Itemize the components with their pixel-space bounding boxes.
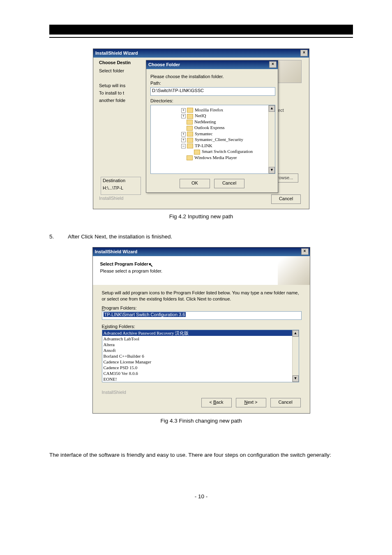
tree-item[interactable]: +NetIQ: [181, 113, 274, 118]
program-folders-input[interactable]: TP-LINK\Smart Switch Configuration 3.6: [102, 311, 302, 320]
tree-item[interactable]: –TP-LINK: [181, 143, 274, 148]
path-label: Path:: [150, 81, 274, 86]
installshield-window-2: InstallShield Wizard × Select Program Fo…: [92, 247, 310, 414]
window2-title: InstallShield Wizard: [95, 249, 138, 254]
expand-icon[interactable]: +: [181, 132, 186, 136]
page-number: - 10 -: [49, 493, 353, 500]
choose-folder-prompt: Please choose the installation folder.: [150, 74, 274, 79]
to-install-label: To install to t: [99, 90, 143, 95]
cancel-button[interactable]: Cancel: [270, 398, 301, 407]
ok-button[interactable]: OK: [180, 179, 210, 188]
window1-left-fragment: Choose Destin Select folder Setup will i…: [99, 60, 143, 105]
tree-scrollbar[interactable]: ▲ ▼: [268, 105, 275, 173]
header-black-bar: [49, 25, 353, 35]
choose-folder-title: Choose Folder: [148, 62, 180, 67]
scroll-down-icon[interactable]: ▼: [293, 375, 299, 382]
window1-title: InstallShield Wizard: [95, 51, 138, 56]
tree-item[interactable]: Outlook Express: [181, 125, 274, 130]
list-item[interactable]: Advantech LabTool: [102, 336, 299, 342]
program-folder-intro: Setup will add program icons to the Prog…: [102, 290, 301, 302]
expand-icon[interactable]: +: [181, 114, 186, 118]
collapse-icon[interactable]: –: [181, 144, 186, 148]
tree-item[interactable]: +Mozilla Firefox: [181, 107, 274, 113]
list-item[interactable]: Borland C++Builder 6: [102, 353, 299, 359]
window1-titlebar: InstallShield Wizard ×: [93, 49, 309, 58]
installshield-window-1: InstallShield Wizard × Choose Destin Sel…: [93, 49, 309, 209]
folder-icon: [187, 126, 193, 131]
destination-label: Destination: [103, 178, 139, 183]
folder-icon: [187, 138, 193, 143]
window1-cancel-button[interactable]: Cancel: [271, 194, 301, 204]
tree-item[interactable]: +Symantec_Client_Security: [181, 137, 274, 142]
list-item[interactable]: CAM350 Ver 8.0.6: [102, 370, 299, 376]
list-item[interactable]: Ansoft: [102, 347, 299, 353]
figure2-caption: Fig 4.3 Finish changing new path: [160, 418, 242, 424]
choose-dest-header: Choose Destin: [99, 60, 143, 65]
existing-folders-label: Existing Folders:: [102, 324, 301, 329]
list-item[interactable]: Cadence PSD 15.0: [102, 365, 299, 370]
path-input[interactable]: D:\Switch\TP-LINK\GSSC: [150, 87, 275, 96]
list-item[interactable]: Altera: [102, 342, 299, 347]
back-button[interactable]: < Back: [201, 398, 232, 407]
wizard-graphic-icon: [278, 256, 310, 285]
scroll-up-icon[interactable]: ▲: [293, 330, 299, 337]
choose-folder-titlebar: Choose Folder ×: [146, 60, 278, 69]
existing-folders-list[interactable]: Advanced Archive Password Recovery 汉化版 A…: [102, 330, 299, 382]
folder-icon: [194, 150, 200, 155]
select-program-folder-heading: Select Program Folder↖: [100, 260, 274, 267]
cursor-icon: ↖: [148, 261, 153, 268]
window2-close-icon[interactable]: ×: [301, 248, 309, 255]
destination-folder-group: Destination H:\...\TP-L: [101, 177, 141, 195]
directories-tree[interactable]: +Mozilla Firefox +NetIQ NetMeeting Outlo…: [150, 105, 275, 174]
next-button[interactable]: Next >: [236, 398, 266, 407]
step-number: 5.: [49, 234, 68, 240]
another-folder-label: another folde: [99, 98, 143, 103]
setup-will-label: Setup will ins: [99, 83, 143, 88]
list-scrollbar[interactable]: ▲ ▼: [292, 330, 299, 382]
expand-icon[interactable]: +: [181, 138, 186, 142]
select-program-folder-sub: Please select a program folder.: [100, 268, 274, 273]
tree-item[interactable]: +Symantec: [181, 131, 274, 136]
installshield-brand: InstallShield: [99, 196, 123, 201]
program-folders-label: Program Folders:: [102, 305, 301, 310]
scroll-down-icon[interactable]: ▼: [269, 167, 275, 173]
select-folder-label: Select folder: [99, 68, 143, 73]
choose-folder-dialog: Choose Folder × Please choose the instal…: [146, 60, 278, 193]
directories-label: Directories:: [150, 98, 274, 103]
choose-folder-close-icon[interactable]: ×: [269, 61, 277, 68]
tree-item[interactable]: Windows Media Player: [181, 155, 274, 160]
figure1-caption: Fig 4.2 Inputting new path: [169, 213, 233, 220]
window2-header-panel: Select Program Folder↖ Please select a p…: [93, 256, 310, 285]
expand-icon[interactable]: +: [181, 108, 186, 113]
list-item[interactable]: EONE!: [102, 376, 299, 382]
window1-close-icon[interactable]: ×: [300, 50, 308, 56]
folder-icon: [187, 132, 193, 136]
header-rule: [49, 37, 353, 38]
cancel-button[interactable]: Cancel: [214, 179, 244, 188]
list-item[interactable]: Cadence License Manager: [102, 359, 299, 365]
folder-icon: [187, 114, 193, 119]
list-item[interactable]: Advanced Archive Password Recovery 汉化版: [102, 330, 299, 336]
body-paragraph: The interface of the software is friendl…: [49, 449, 353, 460]
folder-icon: [187, 120, 193, 125]
folder-icon: [187, 155, 193, 160]
installshield-brand: InstallShield: [102, 390, 310, 395]
window2-titlebar: InstallShield Wizard ×: [93, 247, 310, 256]
folder-icon: [187, 143, 193, 148]
step-text: After Click Next, the installation is fi…: [68, 234, 172, 240]
scroll-up-icon[interactable]: ▲: [269, 105, 275, 112]
tree-item[interactable]: NetMeeting: [181, 119, 274, 125]
destination-path: H:\...\TP-L: [103, 185, 139, 190]
tree-item[interactable]: Smart Switch Configuration: [181, 149, 274, 154]
folder-icon: [187, 108, 193, 113]
